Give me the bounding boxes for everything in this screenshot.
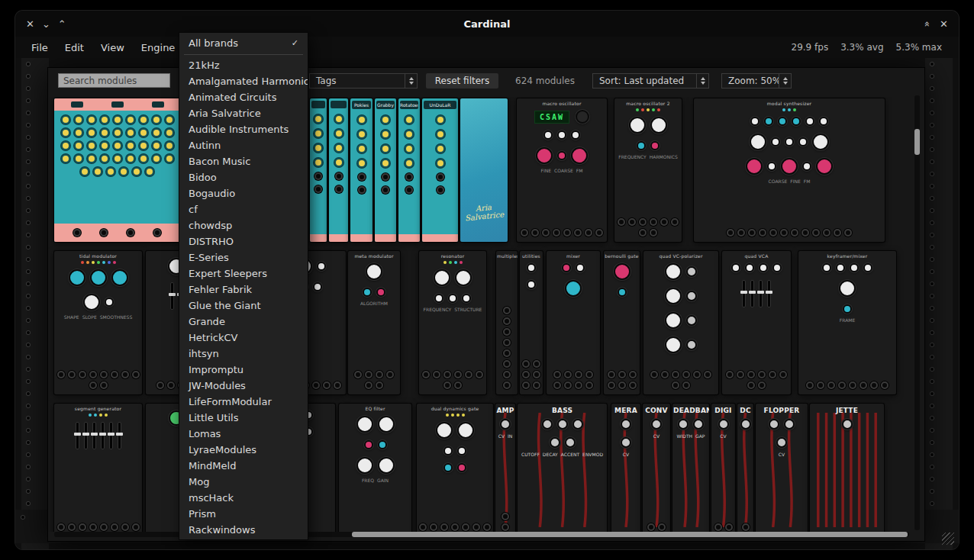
sort-dropdown-label: Sort: Last updated bbox=[593, 76, 696, 86]
module-title: AMP bbox=[495, 404, 515, 415]
menubar-item-engine[interactable]: Engine bbox=[133, 42, 184, 53]
module-card-unnamed[interactable] bbox=[54, 98, 180, 242]
module-card-modal-synthesizer[interactable]: modal synthesizerCOARSEFINEFM bbox=[694, 98, 885, 242]
module-card-macro-oscillator-2[interactable]: macro oscillator 2FREQUENCYHARMONICS bbox=[614, 98, 682, 242]
brand-menu-item-autinn[interactable]: Autinn bbox=[179, 137, 308, 153]
module-card-deadband[interactable]: DEADBANDWIDTHGAP bbox=[672, 404, 709, 532]
brand-menu-item-grande[interactable]: Grande bbox=[179, 314, 308, 330]
menubar-item-file[interactable]: File bbox=[23, 42, 56, 53]
module-card-multiples[interactable]: multiples bbox=[496, 251, 518, 394]
module-card-unnamed[interactable]: Aria Salvatrice bbox=[460, 98, 508, 242]
vertical-scrollbar-thumb[interactable] bbox=[914, 129, 920, 155]
brand-menu-item-fehler-fabrik[interactable]: Fehler Fabrik bbox=[179, 282, 308, 298]
brand-menu-item-21khz[interactable]: 21kHz bbox=[179, 57, 308, 73]
module-card-macro-oscillator[interactable]: macro oscillatorCSAWFINECOARSEFM bbox=[517, 98, 607, 242]
brand-menu-item-lyraemodules[interactable]: LyraeModules bbox=[179, 442, 308, 458]
desktop: ✕ ⌄ ⌃ Cardinal » ✕ FileEditViewEngineHel… bbox=[0, 0, 974, 560]
horizontal-scrollbar-thumb[interactable] bbox=[352, 532, 908, 537]
brand-menu-item-mindmeld[interactable]: MindMeld bbox=[179, 458, 308, 474]
module-card-utilities[interactable]: utilities bbox=[520, 251, 543, 394]
vertical-scrollbar[interactable] bbox=[914, 95, 920, 530]
module-title: Pokies bbox=[352, 101, 371, 109]
arrow-up-icon bbox=[409, 77, 414, 80]
module-card-mera[interactable]: MERACV bbox=[611, 404, 640, 532]
brand-menu-item-lifeformmodular[interactable]: LifeFormModular bbox=[179, 394, 308, 410]
window-chevron-up-icon[interactable]: ⌃ bbox=[58, 18, 66, 30]
resize-grip[interactable] bbox=[942, 533, 954, 545]
tags-dropdown[interactable]: Tags bbox=[309, 73, 418, 89]
engine-stat: 5.3% max bbox=[896, 42, 942, 53]
module-card-keyframer-mixer[interactable]: keyframer/mixerFRAME bbox=[798, 251, 896, 394]
module-card-mixer[interactable]: mixer bbox=[547, 251, 600, 394]
module-card-dc[interactable]: DC bbox=[737, 404, 753, 532]
sort-dropdown[interactable]: Sort: Last updated bbox=[592, 73, 709, 89]
module-card-bass[interactable]: BASSCUTOFFDECAYACCENTENVMOD bbox=[518, 404, 607, 532]
reset-filters-button[interactable]: Reset filters bbox=[426, 73, 498, 89]
close-box-icon[interactable]: ✕ bbox=[940, 18, 948, 30]
brand-menu-item-mog[interactable]: Mog bbox=[179, 474, 308, 490]
module-card-quad-vca[interactable]: quad VCA bbox=[722, 251, 791, 394]
brand-menu-item-jw-modules[interactable]: JW-Modules bbox=[179, 378, 308, 394]
module-card-flopper[interactable]: FLOPPERCV bbox=[756, 404, 808, 532]
module-card-tidal-modulator[interactable]: tidal modulatorSHAPESLOPESMOOTHNESS bbox=[54, 251, 142, 394]
module-card-grabby[interactable]: Grabby bbox=[375, 98, 396, 242]
patch-wires bbox=[810, 413, 884, 527]
module-card-eq-filter[interactable]: EQ filterFREQGAIN bbox=[339, 404, 411, 532]
module-card-unnamed[interactable] bbox=[310, 98, 327, 242]
patch-wires bbox=[611, 413, 640, 527]
module-card-quad-vc-polarizer[interactable]: quad VC-polarizer bbox=[643, 251, 718, 394]
zoom-dropdown[interactable]: Zoom: 50% bbox=[721, 73, 792, 89]
brand-menu-item-aria-salvatrice[interactable]: Aria Salvatrice bbox=[179, 105, 308, 121]
module-card-bernoulli-gate[interactable]: bernoulli gate bbox=[604, 251, 640, 394]
brand-menu-item-e-series[interactable]: E-Series bbox=[179, 249, 308, 266]
module-card-resonator[interactable]: resonatorFREQUENCYSTRUCTURE bbox=[419, 251, 486, 394]
module-card-meta-modulator[interactable]: meta modulatorALGORITHM bbox=[348, 251, 400, 394]
module-card-digi[interactable]: DIGICV bbox=[711, 404, 735, 532]
brand-menu-item-chowdsp[interactable]: chowdsp bbox=[179, 217, 308, 233]
module-card-unnamed[interactable] bbox=[329, 98, 348, 242]
brand-menu-item-little-utils[interactable]: Little Utils bbox=[179, 410, 308, 426]
module-title: dual dynamics gate bbox=[417, 404, 493, 412]
collapse-icon[interactable]: » bbox=[921, 21, 933, 27]
brand-menu-item-cf[interactable]: cf bbox=[179, 201, 308, 217]
module-card-segment-generator[interactable]: segment generator bbox=[54, 404, 142, 532]
module-signature: Aria Salvatrice bbox=[460, 201, 508, 223]
module-card-dual-dynamics-gate[interactable]: dual dynamics gate bbox=[417, 404, 493, 532]
brand-menu-item-expert-sleepers[interactable]: Expert Sleepers bbox=[179, 266, 308, 282]
brand-menu-item-mschack[interactable]: mscHack bbox=[179, 490, 308, 506]
titlebar: ✕ ⌄ ⌃ Cardinal » ✕ bbox=[15, 11, 959, 37]
brand-menu-item-glue-the-giant[interactable]: Glue the Giant bbox=[179, 298, 308, 314]
module-card-undular[interactable]: UnDuLaR bbox=[422, 98, 458, 242]
module-card-rotatoes[interactable]: Rotatoes bbox=[398, 98, 420, 242]
brand-menu-item-bacon-music[interactable]: Bacon Music bbox=[179, 153, 308, 169]
module-card-conv[interactable]: CONVCV bbox=[643, 404, 670, 532]
brand-menu-item-lomas[interactable]: Lomas bbox=[179, 426, 308, 442]
module-card-pokies[interactable]: Pokies bbox=[350, 98, 373, 242]
brand-menu-item-amalgamated-harmonics[interactable]: Amalgamated Harmonics bbox=[179, 73, 308, 89]
brand-menu-item-animated-circuits[interactable]: Animated Circuits bbox=[179, 89, 308, 105]
brand-menu-item-audible-instruments[interactable]: Audible Instruments bbox=[179, 121, 308, 137]
brand-menu-item-impromptu[interactable]: Impromptu bbox=[179, 362, 308, 378]
window-chevron-down-icon[interactable]: ⌄ bbox=[42, 18, 50, 30]
search-input[interactable] bbox=[58, 73, 170, 88]
brand-menu-item-all-brands[interactable]: All brands ✓ bbox=[179, 33, 308, 53]
module-title: macro oscillator 2 bbox=[614, 98, 682, 107]
brand-menu-item-hetrickcv[interactable]: HetrickCV bbox=[179, 330, 308, 346]
window-close-icon[interactable]: ✕ bbox=[26, 18, 34, 30]
menubar-item-view[interactable]: View bbox=[92, 42, 133, 53]
brand-menu-item-distrho[interactable]: DISTRHO bbox=[179, 233, 308, 249]
menubar-item-edit[interactable]: Edit bbox=[56, 42, 92, 53]
patch-wires bbox=[672, 413, 709, 527]
rack-background: Tags Reset filters 624 modules Sort: Las… bbox=[15, 58, 959, 549]
module-title: resonator bbox=[419, 251, 486, 259]
brand-menu-item-bogaudio[interactable]: Bogaudio bbox=[179, 185, 308, 201]
module-card-jette[interactable]: JETTE bbox=[810, 404, 884, 532]
brand-menu-item-rackwindows[interactable]: Rackwindows bbox=[179, 522, 308, 538]
brand-menu-item-bidoo[interactable]: Bidoo bbox=[179, 169, 308, 185]
module-title: CONV bbox=[643, 404, 670, 415]
brand-menu-item-ihtsyn[interactable]: ihtsyn bbox=[179, 346, 308, 362]
module-card-amp[interactable]: AMPCVIN bbox=[495, 404, 515, 532]
brand-menu-item-prism[interactable]: Prism bbox=[179, 506, 308, 522]
module-title: segment generator bbox=[54, 404, 142, 412]
arrow-down-icon bbox=[783, 82, 788, 85]
